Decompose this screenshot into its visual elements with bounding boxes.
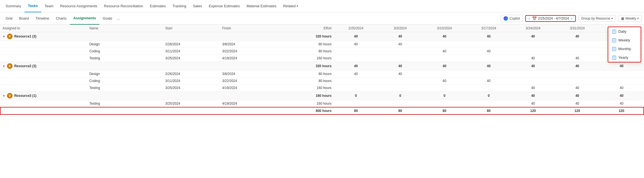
nav-related[interactable]: Related ▾ <box>280 0 302 12</box>
date-prev-arrow[interactable]: ‹ <box>528 16 531 21</box>
task-assigned-col <box>0 55 87 62</box>
task-date-resource1-1-5 <box>555 48 600 55</box>
subnav-timeline[interactable]: Timeline <box>32 12 53 25</box>
task-date-resource3-0-0 <box>334 100 378 107</box>
total-date-1: 80 <box>378 107 423 114</box>
date-range-label: 2/25/2024 - 4/7/2024 <box>538 17 569 20</box>
task-date-resource2-1-1 <box>378 78 423 85</box>
task-date-resource2-0-3 <box>467 71 511 78</box>
resource-row-resource3: ▼RResource3 (1)160 hours0000404040 <box>0 92 644 100</box>
resource-date-resource3-5: 40 <box>555 92 600 100</box>
resource-row-resource2: ▼RResource2 (3)320 hours40404040404040 <box>0 62 644 71</box>
resource-date-resource1-5: 40 <box>555 32 600 41</box>
total-start <box>163 107 220 114</box>
task-assigned-col <box>0 48 87 55</box>
total-name <box>87 107 163 114</box>
subnav-board[interactable]: Board <box>16 12 32 25</box>
total-date-3: 80 <box>467 107 511 114</box>
nav-summary[interactable]: Summary <box>2 0 25 12</box>
task-name-resource1-0: Design <box>87 41 163 48</box>
resource-name-col <box>87 92 163 100</box>
resource-label-resource3[interactable]: ▼RResource3 (1) <box>0 92 87 100</box>
task-name-resource1-1: Coding <box>87 48 163 55</box>
task-row-resource2-1: Coding3/11/20243/22/202480 hours4040 <box>0 78 644 85</box>
resource-name-resource2: Resource2 (3) <box>14 64 36 68</box>
task-name-resource2-0: Design <box>87 71 163 78</box>
col-date-1: 3/3/2024 <box>378 25 423 32</box>
task-finish-resource3-0: 4/19/2024 <box>220 100 277 107</box>
more-options-icon[interactable]: ... <box>117 16 120 21</box>
nav-sales[interactable]: Sales <box>190 0 206 12</box>
resource-date-resource1-3: 40 <box>467 32 511 41</box>
period-option-weekly[interactable]: ☷ Weekly <box>608 36 641 44</box>
resource-date-resource1-1: 40 <box>378 32 423 41</box>
period-option-daily[interactable]: ☷ Daily <box>608 27 641 36</box>
resource-date-resource3-4: 40 <box>511 92 555 100</box>
period-option-monthly[interactable]: ☷ Monthly <box>608 44 641 53</box>
resource-badge-resource1: R <box>7 34 13 39</box>
task-date-resource3-0-6: 40 <box>599 100 644 107</box>
daily-icon: ☷ <box>612 30 616 34</box>
total-date-6: 120 <box>599 107 644 114</box>
nav-resource-reconciliation[interactable]: Resource Reconciliation <box>101 0 146 12</box>
calendar-icon: 📅 <box>532 16 537 21</box>
chevron-icon[interactable]: ▼ <box>3 65 5 68</box>
task-row-resource2-0: Design2/26/20243/8/202480 hours4040 <box>0 71 644 78</box>
total-finish <box>220 107 277 114</box>
task-effort-resource1-1: 80 hours <box>277 48 334 55</box>
col-date-3: 3/17/2024 <box>467 25 511 32</box>
total-assigned <box>0 107 87 114</box>
subnav-charts[interactable]: Charts <box>53 12 70 25</box>
task-assigned-col <box>0 71 87 78</box>
nav-resource-assignments[interactable]: Resource Assignments <box>57 0 101 12</box>
nav-tracking[interactable]: Tracking <box>169 0 190 12</box>
nav-expense-estimates[interactable]: Expense Estimates <box>205 0 243 12</box>
group-by-button[interactable]: Group by Resource ▾ <box>578 15 616 22</box>
task-date-resource2-2-4: 40 <box>511 85 555 92</box>
date-next-arrow[interactable]: › <box>570 16 574 21</box>
task-date-resource1-2-5: 40 <box>555 55 600 62</box>
resource-label-resource1[interactable]: ▼RResource1 (3) <box>0 32 87 41</box>
col-assigned-to: Assigned to <box>0 25 87 32</box>
task-finish-resource1-0: 3/8/2024 <box>220 41 277 48</box>
col-start: Start <box>163 25 220 32</box>
period-dropdown-arrow: ▾ <box>637 17 639 20</box>
chevron-icon[interactable]: ▼ <box>3 94 5 97</box>
task-row-resource2-2: Testing3/25/20244/19/2024160 hours404040 <box>0 85 644 92</box>
sub-navigation: Grid Board Timeline Charts Assignments G… <box>0 12 644 25</box>
resource-effort-resource3: 160 hours <box>277 92 334 100</box>
copilot-icon <box>504 16 508 21</box>
task-date-resource2-2-0 <box>334 85 378 92</box>
related-dropdown-arrow: ▾ <box>297 4 298 8</box>
task-finish-resource2-1: 3/22/2024 <box>220 78 277 85</box>
table-header-row: Assigned to Name Start Finish Effort 2/2… <box>0 25 644 32</box>
period-option-yearly[interactable]: ☷ Yearly <box>608 53 641 62</box>
subnav-goals[interactable]: Goals <box>99 12 116 25</box>
task-start-resource2-1: 3/11/2024 <box>163 78 220 85</box>
nav-estimates[interactable]: Estimates <box>146 0 169 12</box>
resource-start-col <box>163 32 220 41</box>
task-date-resource3-0-4: 40 <box>511 100 555 107</box>
resource-date-resource2-1: 40 <box>378 62 423 71</box>
resource-start-col <box>163 92 220 100</box>
task-effort-resource2-2: 160 hours <box>277 85 334 92</box>
nav-team[interactable]: Team <box>41 0 57 12</box>
task-assigned-col <box>0 41 87 48</box>
resource-date-resource1-2: 40 <box>422 32 467 41</box>
task-date-resource1-2-0 <box>334 55 378 62</box>
chevron-icon[interactable]: ▼ <box>3 35 5 38</box>
resource-date-resource1-0: 40 <box>334 32 378 41</box>
task-date-resource1-2-3 <box>467 55 511 62</box>
period-selector-button[interactable]: ▦ Weekly ▾ <box>618 15 642 22</box>
total-date-4: 120 <box>511 107 555 114</box>
copilot-button[interactable]: Copilot <box>500 15 523 22</box>
nav-material-estimates[interactable]: Material Estimates <box>243 0 280 12</box>
subnav-assignments[interactable]: Assignments <box>70 12 99 25</box>
nav-tasks[interactable]: Tasks <box>25 0 41 12</box>
period-icon: ▦ <box>621 17 624 20</box>
resource-row-resource1: ▼RResource1 (3)320 hours40404040404040 <box>0 32 644 41</box>
assignments-table-wrap: Assigned to Name Start Finish Effort 2/2… <box>0 25 644 115</box>
subnav-grid[interactable]: Grid <box>2 12 16 25</box>
resource-label-resource2[interactable]: ▼RResource2 (3) <box>0 62 87 71</box>
resource-finish-col <box>220 62 277 71</box>
